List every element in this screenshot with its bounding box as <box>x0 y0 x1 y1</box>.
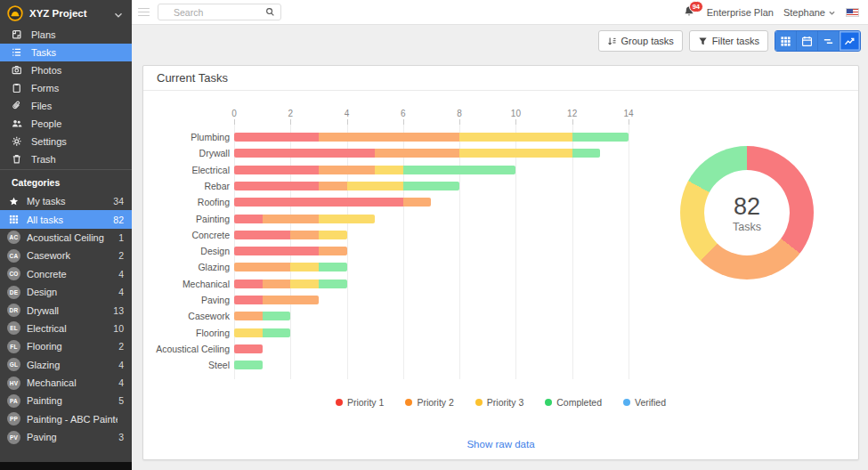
sidebar-item-label: People <box>31 118 61 129</box>
bar-category-label: Flooring <box>145 328 230 338</box>
sidebar-item-settings[interactable]: Settings <box>0 133 132 150</box>
bar-segment-completed[interactable] <box>319 263 347 271</box>
notifications-bell-icon[interactable]: 94 <box>683 5 697 19</box>
sidebar-item-tasks[interactable]: Tasks <box>0 44 132 61</box>
bar-segment-priority-3[interactable] <box>459 133 572 142</box>
category-item-flooring[interactable]: FLFlooring2 <box>0 337 132 355</box>
legend-item-verified[interactable]: Verified <box>623 397 666 408</box>
donut-total-label: Tasks <box>733 221 761 233</box>
timeline-icon <box>823 36 834 47</box>
show-raw-data-link[interactable]: Show raw data <box>143 439 858 450</box>
bar-segment-completed[interactable] <box>572 149 601 158</box>
bar-segment-completed[interactable] <box>319 280 347 288</box>
legend-item-priority-2[interactable]: Priority 2 <box>405 397 453 408</box>
bar-segment-priority-2[interactable] <box>375 149 459 158</box>
category-label: Painting <box>27 395 112 406</box>
bar-segment-priority-1[interactable] <box>234 166 319 174</box>
category-item-painting[interactable]: PAPainting5 <box>0 392 132 409</box>
legend-item-completed[interactable]: Completed <box>545 397 602 408</box>
bar-segment-priority-2[interactable] <box>290 231 319 239</box>
bar-segment-priority-2[interactable] <box>234 263 290 271</box>
bar-segment-priority-3[interactable] <box>234 328 263 337</box>
bar-segment-priority-2[interactable] <box>263 280 291 288</box>
bar-segment-priority-1[interactable] <box>234 149 375 158</box>
category-item-concrete[interactable]: COConcrete4 <box>0 265 132 283</box>
calendar-view-button[interactable] <box>796 31 817 51</box>
category-label: All tasks <box>27 215 107 225</box>
sidebar-item-label: Tasks <box>31 47 56 58</box>
project-switcher[interactable]: XYZ Project <box>0 0 132 26</box>
category-item-glazing[interactable]: GLGlazing4 <box>0 356 132 374</box>
bar-segment-completed[interactable] <box>263 312 291 320</box>
us-flag-icon[interactable] <box>846 8 859 17</box>
filter-tasks-button[interactable]: Filter tasks <box>689 30 768 52</box>
bar-segment-priority-1[interactable] <box>234 215 263 223</box>
category-initials-badge: PA <box>7 394 20 408</box>
category-initials-badge: GL <box>7 358 20 371</box>
search-input[interactable] <box>172 6 262 19</box>
bar-segment-priority-2[interactable] <box>319 133 459 142</box>
search-box[interactable] <box>158 4 281 20</box>
x-axis-tick-label: 8 <box>457 109 462 118</box>
sidebar-item-trash[interactable]: Trash <box>0 150 132 168</box>
category-item-all-tasks[interactable]: All tasks82 <box>0 210 132 228</box>
bar-segment-priority-1[interactable] <box>234 231 290 239</box>
categories-header: Categories <box>0 170 132 192</box>
legend-item-priority-1[interactable]: Priority 1 <box>336 397 384 408</box>
category-label: My tasks <box>27 196 107 207</box>
bar-segment-priority-3[interactable] <box>290 263 319 271</box>
category-item-mechanical[interactable]: HVMechanical4 <box>0 374 132 392</box>
bar-segment-completed[interactable] <box>403 166 516 174</box>
user-menu[interactable]: Stephane <box>783 7 836 18</box>
category-item-painting-abc-painter[interactable]: PPPainting - ABC Painter <box>0 410 132 428</box>
legend-item-priority-3[interactable]: Priority 3 <box>475 397 523 408</box>
bar-segment-priority-3[interactable] <box>319 215 375 223</box>
bar-segment-completed[interactable] <box>263 328 291 337</box>
bar-segment-completed[interactable] <box>234 361 263 369</box>
bar-segment-priority-2[interactable] <box>319 166 375 174</box>
group-tasks-button[interactable]: Group tasks <box>598 30 683 52</box>
sidebar-item-plans[interactable]: Plans <box>0 26 132 44</box>
filter-tasks-label: Filter tasks <box>712 36 759 46</box>
bar-segment-priority-1[interactable] <box>234 133 319 142</box>
bar-segment-priority-1[interactable] <box>234 296 263 304</box>
sidebar-item-forms[interactable]: Forms <box>0 79 132 97</box>
timeline-view-button[interactable] <box>817 31 839 51</box>
sidebar-item-photos[interactable]: Photos <box>0 61 132 79</box>
bar-segment-priority-2[interactable] <box>263 215 319 223</box>
chevron-down-icon <box>113 8 124 19</box>
bar-segment-completed[interactable] <box>403 182 459 190</box>
grid-icon <box>7 213 20 226</box>
bar-segment-priority-2[interactable] <box>263 296 319 304</box>
category-item-electrical[interactable]: ELElectrical10 <box>0 320 132 337</box>
bar-segment-priority-3[interactable] <box>459 149 572 158</box>
bar-segment-priority-2[interactable] <box>319 182 347 190</box>
bar-segment-priority-2[interactable] <box>234 312 263 320</box>
category-item-design[interactable]: DEDesign4 <box>0 283 132 301</box>
bar-segment-priority-2[interactable] <box>403 198 432 207</box>
bar-segment-priority-3[interactable] <box>290 280 319 288</box>
hamburger-menu-icon[interactable] <box>138 8 150 17</box>
bar-segment-completed[interactable] <box>572 133 629 142</box>
bar-segment-priority-1[interactable] <box>234 198 403 207</box>
sidebar-item-people[interactable]: People <box>0 115 132 133</box>
grid-view-button[interactable] <box>775 31 796 51</box>
current-tasks-panel: Current Tasks 82 Tasks Show raw data 024… <box>142 65 859 460</box>
category-item-casework[interactable]: CACasework2 <box>0 247 132 264</box>
category-item-paving[interactable]: PVPaving3 <box>0 428 132 446</box>
bar-category-label: Glazing <box>145 262 230 272</box>
category-item-my-tasks[interactable]: My tasks34 <box>0 192 132 210</box>
bar-segment-priority-1[interactable] <box>234 182 319 190</box>
bar-segment-priority-1[interactable] <box>234 247 319 255</box>
category-count: 4 <box>118 287 124 297</box>
sidebar-item-files[interactable]: Files <box>0 97 132 115</box>
bar-segment-priority-2[interactable] <box>319 247 347 255</box>
category-item-acoustical-ceiling[interactable]: ACAcoustical Ceiling1 <box>0 229 132 247</box>
bar-segment-priority-3[interactable] <box>375 166 403 174</box>
bar-segment-priority-1[interactable] <box>234 344 263 353</box>
bar-segment-priority-1[interactable] <box>234 280 263 288</box>
category-item-drywall[interactable]: DRDrywall13 <box>0 301 132 319</box>
bar-segment-priority-3[interactable] <box>347 182 403 190</box>
bar-segment-priority-3[interactable] <box>319 231 347 239</box>
chart-view-button[interactable] <box>839 31 860 51</box>
